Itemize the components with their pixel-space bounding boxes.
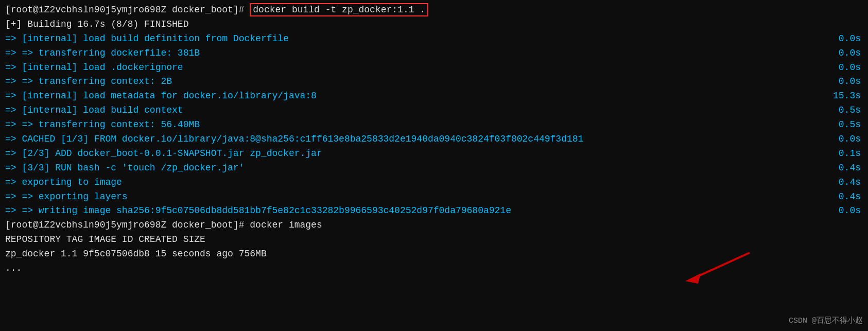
step-5-text: => [internal] load metadata for docker.i…: [5, 89, 832, 103]
step-9-time: 0.1s: [832, 147, 863, 161]
red-arrow: [662, 248, 755, 294]
step-line-13: => => writing image sha256:9f5c07506db8d…: [5, 204, 863, 218]
step-5-time: 15.3s: [832, 89, 863, 103]
step-line-6: => [internal] load build context 0.5s: [5, 103, 863, 118]
svg-marker-1: [685, 273, 701, 284]
step-line-7: => => transferring context: 56.40MB 0.5s: [5, 118, 863, 132]
step-7-text: => => transferring context: 56.40MB: [5, 118, 832, 132]
step-6-time: 0.5s: [832, 103, 863, 118]
step-line-12: => => exporting layers 0.4s: [5, 190, 863, 204]
step-6-text: => [internal] load build context: [5, 103, 832, 118]
step-8-text: => CACHED [1/3] FROM docker.io/library/j…: [5, 132, 832, 147]
step-11-text: => exporting to image: [5, 176, 832, 190]
step-line-8: => CACHED [1/3] FROM docker.io/library/j…: [5, 132, 863, 147]
step-11-time: 0.4s: [832, 176, 863, 190]
step-4-time: 0.0s: [832, 75, 863, 89]
command-line-2: [root@iZ2vcbhsln90j5ymjro698Z docker_boo…: [5, 218, 863, 233]
table-header: REPOSITORY TAG IMAGE ID CREATED SIZE: [5, 233, 863, 247]
step-2-text: => => transferring dockerfile: 381B: [5, 46, 832, 61]
step-2-time: 0.0s: [832, 46, 863, 61]
step-7-time: 0.5s: [832, 118, 863, 132]
step-10-text: => [3/3] RUN bash -c 'touch /zp_docker.j…: [5, 161, 832, 176]
step-13-text: => => writing image sha256:9f5c07506db8d…: [5, 204, 832, 218]
terminal-window: [root@iZ2vcbhsln90j5ymjro698Z docker_boo…: [0, 0, 868, 331]
svg-line-0: [693, 253, 750, 278]
step-line-10: => [3/3] RUN bash -c 'touch /zp_docker.j…: [5, 161, 863, 176]
step-4-text: => => transferring context: 2B: [5, 75, 832, 89]
step-12-time: 0.4s: [832, 190, 863, 204]
step-12-text: => => exporting layers: [5, 190, 832, 204]
building-status: [+] Building 16.7s (8/8) FINISHED: [5, 18, 863, 32]
step-1-time: 0.0s: [832, 32, 863, 46]
step-13-time: 0.0s: [832, 204, 863, 218]
command-highlighted: docker build -t zp_docker:1.1 .: [250, 3, 428, 16]
step-3-time: 0.0s: [832, 61, 863, 75]
prompt-2: [root@iZ2vcbhsln90j5ymjro698Z docker_boo…: [5, 218, 863, 233]
step-3-text: => [internal] load .dockerignore: [5, 61, 832, 75]
table-header-text: REPOSITORY TAG IMAGE ID CREATED SIZE: [5, 233, 863, 247]
step-line-5: => [internal] load metadata for docker.i…: [5, 89, 863, 103]
step-line-4: => => transferring context: 2B 0.0s: [5, 75, 863, 89]
command-line-1: [root@iZ2vcbhsln90j5ymjro698Z docker_boo…: [5, 3, 863, 18]
step-1-text: => [internal] load build definition from…: [5, 32, 832, 46]
step-10-time: 0.4s: [832, 161, 863, 176]
building-line: [+] Building 16.7s (8/8) FINISHED: [5, 18, 863, 32]
step-9-text: => [2/3] ADD docker_boot-0.0.1-SNAPSHOT.…: [5, 147, 832, 161]
step-line-3: => [internal] load .dockerignore 0.0s: [5, 61, 863, 75]
watermark: CSDN @百思不得小赵: [789, 315, 863, 327]
step-line-9: => [2/3] ADD docker_boot-0.0.1-SNAPSHOT.…: [5, 147, 863, 161]
prompt-1: [root@iZ2vcbhsln90j5ymjro698Z docker_boo…: [5, 5, 250, 15]
step-8-time: 0.0s: [832, 132, 863, 147]
step-line-1: => [internal] load build definition from…: [5, 32, 863, 46]
step-line-2: => => transferring dockerfile: 381B 0.0s: [5, 46, 863, 61]
step-line-11: => exporting to image 0.4s: [5, 176, 863, 190]
